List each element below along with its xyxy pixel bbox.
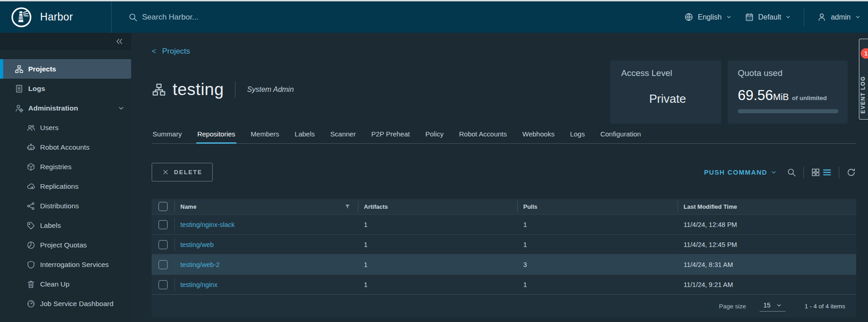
tab-policy[interactable]: Policy: [424, 130, 444, 143]
column-header-name: Name: [180, 203, 196, 210]
repositories-toolbar: DELETE PUSH COMMAND: [152, 163, 856, 181]
tab-scanner[interactable]: Scanner: [329, 130, 357, 143]
sidebar-item-interrogation-services[interactable]: Interrogation Services: [0, 255, 131, 274]
tab-summary[interactable]: Summary: [152, 130, 183, 143]
project-title-row: testing System Admin: [152, 80, 294, 99]
main-content: < Projects testing System Admin Access L…: [131, 33, 868, 322]
repository-link[interactable]: testing/web-2: [180, 261, 220, 268]
language-label: English: [698, 13, 721, 21]
row-checkbox[interactable]: [158, 260, 168, 269]
registry-icon: [26, 162, 36, 171]
tab-logs[interactable]: Logs: [569, 130, 586, 143]
repository-link[interactable]: testing/nginx-slack: [180, 221, 235, 228]
tab-p2p-preheat[interactable]: P2P Preheat: [370, 130, 411, 143]
sidebar-header: [0, 33, 131, 50]
brand: Harbor: [0, 1, 112, 33]
quota-title: Quota used: [738, 68, 840, 78]
project-tabs: Summary Repositories Members Labels Scan…: [152, 130, 856, 144]
card-view-icon[interactable]: [811, 167, 821, 177]
search-repositories-icon[interactable]: [786, 167, 797, 177]
access-level-title: Access Level: [621, 68, 714, 78]
trash-icon: [26, 280, 36, 289]
user-menu[interactable]: admin: [817, 12, 861, 22]
sidebar-item-users[interactable]: Users: [0, 118, 131, 137]
collapse-sidebar-button[interactable]: [115, 37, 124, 46]
sidebar-item-robot-accounts[interactable]: Robot Accounts: [0, 137, 131, 157]
artifacts-count: 1: [364, 221, 368, 228]
distribution-icon: [26, 201, 36, 211]
quota-unit: MiB: [773, 92, 789, 102]
delete-button[interactable]: DELETE: [152, 163, 213, 181]
project-icon: [152, 82, 166, 97]
table-footer: Page size 15 1 - 4 of 4 items: [152, 294, 856, 317]
toolbar-divider: [839, 166, 839, 178]
user-icon: [817, 12, 827, 22]
breadcrumb[interactable]: < Projects: [152, 47, 190, 56]
sidebar-item-registries[interactable]: Registries: [0, 157, 131, 176]
sidebar-item-logs[interactable]: Logs: [0, 79, 131, 98]
push-command-button[interactable]: PUSH COMMAND: [701, 168, 780, 176]
gauge-icon: [26, 299, 36, 308]
page-size-select[interactable]: 15: [760, 301, 786, 312]
sidebar-item-replications[interactable]: Replications: [0, 176, 131, 196]
sidebar-item-projects[interactable]: Projects: [0, 59, 131, 79]
tab-labels[interactable]: Labels: [294, 130, 316, 143]
sidebar-item-distributions[interactable]: Distributions: [0, 196, 131, 216]
list-view-icon[interactable]: [822, 167, 832, 177]
label-icon: [26, 221, 36, 230]
sidebar-item-administration[interactable]: Administration: [0, 98, 131, 118]
quota-icon: [26, 241, 36, 250]
column-header-artifacts: Artifacts: [364, 203, 388, 210]
tab-robot-accounts[interactable]: Robot Accounts: [458, 130, 508, 143]
global-search: [112, 12, 684, 22]
tab-webhooks[interactable]: Webhooks: [521, 130, 556, 143]
replication-icon: [26, 182, 36, 191]
table-body: testing/nginx-slack 1 1 11/4/24, 12:48 P…: [152, 214, 856, 294]
calendar-icon: [745, 12, 754, 22]
search-input[interactable]: [141, 12, 298, 22]
repository-link[interactable]: testing/web: [180, 241, 214, 248]
select-all-checkbox[interactable]: [158, 202, 168, 211]
chevron-down-icon: [771, 169, 777, 176]
top-bar-right: English Default admin: [684, 8, 868, 26]
chevron-down-icon: [726, 14, 732, 20]
harbor-logo-icon: [11, 7, 32, 28]
chevron-down-icon: [776, 302, 782, 308]
sidebar-item-job-service-dashboard[interactable]: Job Service Dashboard: [0, 294, 131, 313]
quota-card: Quota used 69.56 MiB of unlimited: [728, 60, 848, 124]
tab-members[interactable]: Members: [250, 130, 281, 143]
chevron-down-icon: [855, 14, 861, 20]
users-icon: [26, 123, 36, 132]
tab-configuration[interactable]: Configuration: [599, 130, 642, 143]
breadcrumb-back-arrow: <: [152, 47, 156, 56]
close-icon: [162, 169, 169, 176]
last-modified-time: 11/4/24, 8:31 AM: [684, 261, 733, 268]
row-checkbox[interactable]: [158, 280, 168, 289]
breadcrumb-link[interactable]: Projects: [162, 47, 190, 56]
row-checkbox[interactable]: [158, 240, 168, 249]
pagination-range: 1 - 4 of 4 items: [805, 303, 845, 310]
sidebar-item-project-quotas[interactable]: Project Quotas: [0, 235, 131, 255]
view-toggle: [811, 167, 832, 177]
repositories-table: Name Artifacts Pulls Last Modified Time: [152, 199, 856, 317]
filter-icon[interactable]: [344, 203, 351, 210]
language-selector[interactable]: English: [684, 12, 731, 22]
brand-title: Harbor: [40, 11, 73, 23]
quota-value: 69.56 MiB of unlimited: [738, 87, 840, 104]
event-log-tab[interactable]: 1 EVENT LOG: [859, 39, 868, 120]
title-divider: [235, 81, 235, 98]
search-icon: [128, 12, 138, 22]
quota-suffix: of unlimited: [792, 95, 827, 101]
top-bar-divider: [804, 8, 804, 26]
sidebar-nav: Projects Logs Administration: [0, 50, 131, 313]
notification-badge: 1: [861, 48, 868, 59]
refresh-icon[interactable]: [846, 167, 856, 177]
repository-link[interactable]: testing/nginx: [180, 281, 217, 288]
scope-selector[interactable]: Default: [745, 12, 791, 22]
tab-repositories[interactable]: Repositories: [196, 130, 236, 143]
access-level-card: Access Level Private: [610, 60, 721, 124]
sidebar-item-clean-up[interactable]: Clean Up: [0, 274, 131, 294]
row-checkbox[interactable]: [158, 220, 168, 229]
column-header-last-modified: Last Modified Time: [684, 203, 737, 210]
sidebar-item-labels[interactable]: Labels: [0, 216, 131, 235]
